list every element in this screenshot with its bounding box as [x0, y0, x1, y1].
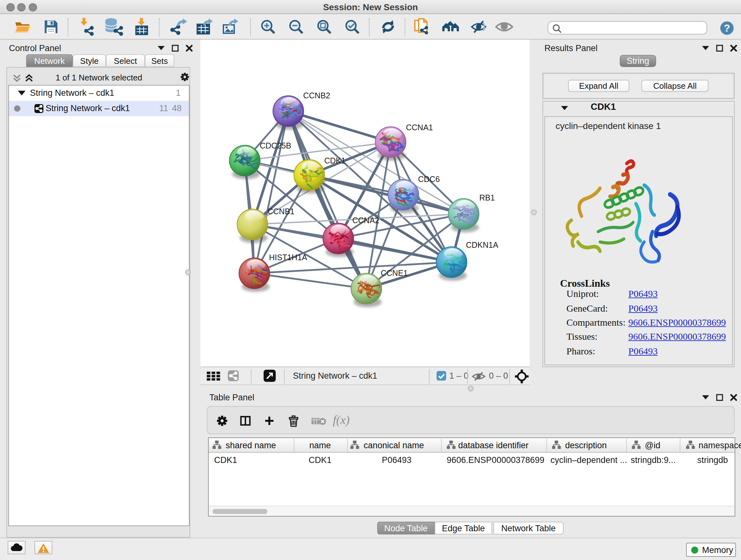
svg-text:RB1: RB1 — [479, 193, 495, 202]
svg-text:CDC6: CDC6 — [418, 175, 440, 184]
svg-text:CCNB1: CCNB1 — [267, 207, 294, 216]
svg-text:CDKN1A: CDKN1A — [466, 240, 498, 249]
svg-text:CCNE1: CCNE1 — [381, 268, 408, 277]
svg-text:CCNB2: CCNB2 — [303, 91, 330, 100]
svg-text:CCNA1: CCNA1 — [406, 123, 433, 132]
svg-text:HIST1H1A: HIST1H1A — [269, 253, 307, 262]
svg-text:CDK1: CDK1 — [324, 156, 346, 165]
svg-text:CCNA2: CCNA2 — [352, 216, 380, 225]
svg-text:?: ? — [724, 22, 730, 34]
svg-text:CDC25B: CDC25B — [260, 141, 291, 150]
